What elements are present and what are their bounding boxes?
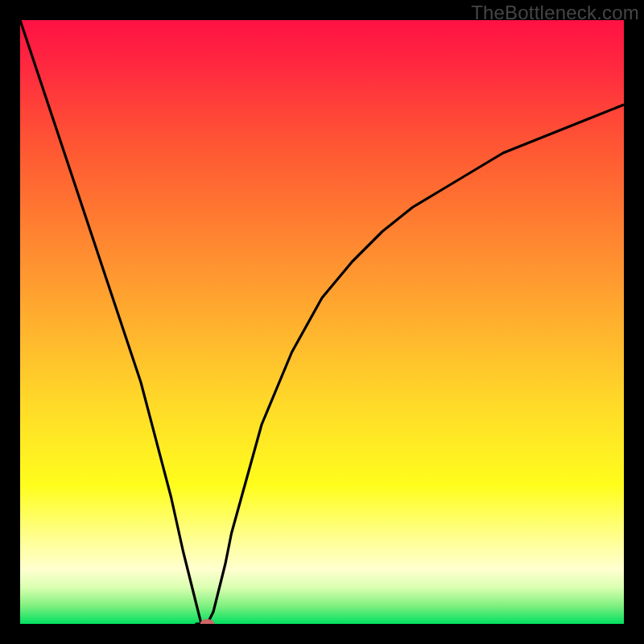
chart-frame: TheBottleneck.com [0, 0, 644, 644]
plot-area [20, 20, 624, 624]
optimal-marker [200, 619, 215, 624]
source-attribution: TheBottleneck.com [471, 2, 639, 24]
curve-overlay [20, 20, 624, 624]
bottleneck-curve [20, 20, 624, 624]
